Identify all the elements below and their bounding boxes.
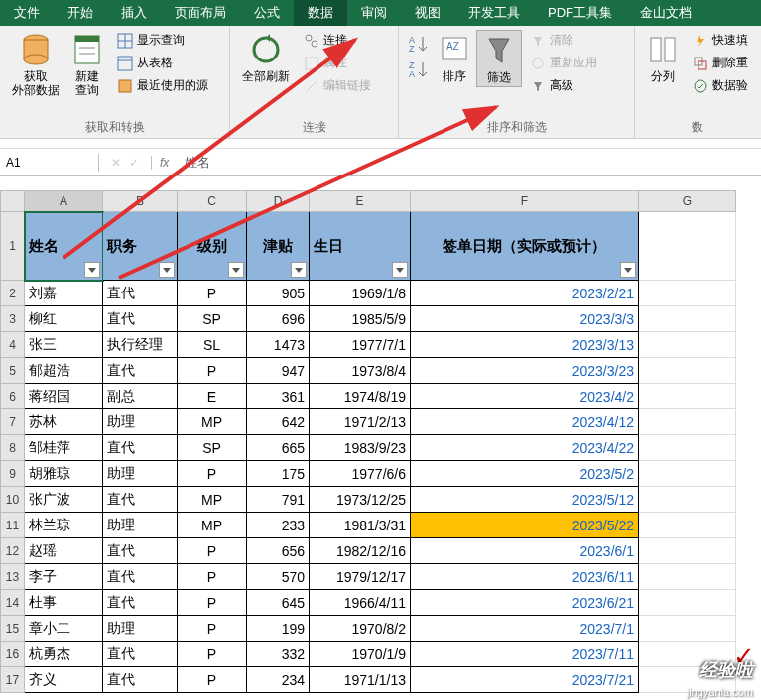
cell[interactable]: 直代 (103, 667, 178, 693)
cell[interactable]: 助理 (103, 616, 178, 642)
table-header-c[interactable]: 级别 (178, 212, 247, 281)
cell[interactable]: 791 (247, 487, 310, 513)
cell[interactable]: 1981/3/31 (310, 513, 411, 538)
tab-review[interactable]: 审阅 (347, 0, 401, 26)
cell[interactable]: P (178, 564, 247, 590)
cell[interactable]: 1473 (247, 332, 310, 358)
row-header-5[interactable]: 5 (0, 358, 25, 384)
filter-button[interactable]: 筛选 (476, 30, 522, 87)
tab-pdf[interactable]: PDF工具集 (534, 0, 626, 26)
cell-g1[interactable] (639, 212, 736, 281)
cell[interactable]: MP (178, 487, 247, 513)
row-header-3[interactable]: 3 (0, 306, 25, 332)
table-header-f[interactable]: 签单日期（实际或预计） (411, 212, 639, 281)
cell[interactable] (639, 358, 736, 384)
cell[interactable]: 2023/5/12 (411, 487, 639, 513)
tab-layout[interactable]: 页面布局 (161, 0, 240, 26)
cell[interactable]: 直代 (103, 487, 178, 513)
col-header-g[interactable]: G (639, 190, 736, 212)
row-header-15[interactable]: 15 (0, 616, 25, 642)
col-header-c[interactable]: C (178, 190, 247, 212)
cell[interactable]: P (178, 358, 247, 384)
cell[interactable]: 张三 (25, 332, 103, 358)
row-header-11[interactable]: 11 (0, 513, 25, 538)
cell[interactable] (639, 513, 736, 538)
cell[interactable]: 2023/5/2 (411, 461, 639, 487)
cell[interactable] (639, 564, 736, 590)
cell[interactable]: 2023/7/1 (411, 616, 639, 642)
cell[interactable]: 1982/12/16 (310, 538, 411, 564)
connections-button[interactable]: 连接 (300, 30, 375, 51)
refresh-all-button[interactable]: 全部刷新 (236, 30, 296, 85)
sort-za-icon[interactable]: ZA (409, 59, 429, 79)
cell[interactable]: 赵瑶 (25, 538, 103, 564)
row-header-16[interactable]: 16 (0, 642, 25, 667)
cell[interactable]: 1977/6/6 (310, 461, 411, 487)
cell[interactable]: 2023/6/1 (411, 538, 639, 564)
cell[interactable]: 2023/2/21 (411, 281, 639, 306)
cell[interactable]: P (178, 538, 247, 564)
col-header-f[interactable]: F (411, 190, 639, 212)
cell[interactable]: 林兰琼 (25, 513, 103, 538)
sort-button[interactable]: AZ 排序 (433, 30, 476, 85)
cell[interactable]: 助理 (103, 409, 178, 435)
recent-sources-button[interactable]: 最近使用的源 (113, 75, 212, 96)
cell[interactable]: 章小二 (25, 616, 103, 642)
cell[interactable]: 1970/8/2 (310, 616, 411, 642)
cell[interactable]: 郁超浩 (25, 358, 103, 384)
row-header-2[interactable]: 2 (0, 281, 25, 306)
cell[interactable]: 杜事 (25, 590, 103, 616)
cell[interactable]: 助理 (103, 461, 178, 487)
cell[interactable] (639, 332, 736, 358)
table-header-d[interactable]: 津贴 (247, 212, 310, 281)
col-header-b[interactable]: B (103, 190, 178, 212)
cell[interactable]: 1983/9/23 (310, 435, 411, 461)
filter-dropdown-c[interactable] (228, 262, 244, 278)
flash-fill-button[interactable]: 快速填 (689, 30, 752, 51)
cell[interactable]: 2023/4/2 (411, 384, 639, 409)
filter-dropdown-b[interactable] (159, 262, 175, 278)
select-all-corner[interactable] (0, 190, 25, 212)
cell[interactable]: 直代 (103, 564, 178, 590)
tab-view[interactable]: 视图 (401, 0, 454, 26)
tab-dev[interactable]: 开发工具 (454, 0, 534, 26)
tab-insert[interactable]: 插入 (107, 0, 161, 26)
remove-dup-button[interactable]: 删除重 (689, 53, 752, 73)
name-box[interactable]: A1 (0, 154, 99, 172)
cell[interactable]: E (178, 384, 247, 409)
get-external-data-button[interactable]: 获取 外部数据 (6, 30, 65, 99)
col-header-d[interactable]: D (247, 190, 310, 212)
cell[interactable]: 642 (247, 409, 310, 435)
row-header-7[interactable]: 7 (0, 409, 25, 435)
cell[interactable]: 233 (247, 513, 310, 538)
cell[interactable]: 947 (247, 358, 310, 384)
cell[interactable]: 胡雅琼 (25, 461, 103, 487)
filter-dropdown-a[interactable] (84, 262, 100, 278)
col-header-e[interactable]: E (310, 190, 411, 212)
cell[interactable]: 234 (247, 667, 310, 693)
cell[interactable]: 905 (247, 281, 310, 306)
cell[interactable]: 直代 (103, 358, 178, 384)
filter-dropdown-e[interactable] (392, 262, 408, 278)
cell[interactable]: 2023/3/13 (411, 332, 639, 358)
cell[interactable]: 1974/8/19 (310, 384, 411, 409)
table-header-e[interactable]: 生日 (310, 212, 411, 281)
cell[interactable] (639, 384, 736, 409)
filter-dropdown-d[interactable] (291, 262, 307, 278)
data-validation-button[interactable]: 数据验 (689, 75, 752, 96)
cell[interactable]: P (178, 616, 247, 642)
cell[interactable]: 1969/1/8 (310, 281, 411, 306)
cell[interactable] (639, 306, 736, 332)
cell[interactable]: P (178, 590, 247, 616)
tab-file[interactable]: 文件 (0, 0, 54, 26)
cell[interactable]: 199 (247, 616, 310, 642)
cell[interactable]: 李子 (25, 564, 103, 590)
cell[interactable] (639, 487, 736, 513)
cell[interactable]: P (178, 461, 247, 487)
row-header-4[interactable]: 4 (0, 332, 25, 358)
cell[interactable]: 直代 (103, 435, 178, 461)
cell[interactable]: 570 (247, 564, 310, 590)
cell[interactable]: 696 (247, 306, 310, 332)
cell[interactable]: 2023/6/21 (411, 590, 639, 616)
cell[interactable]: 361 (247, 384, 310, 409)
